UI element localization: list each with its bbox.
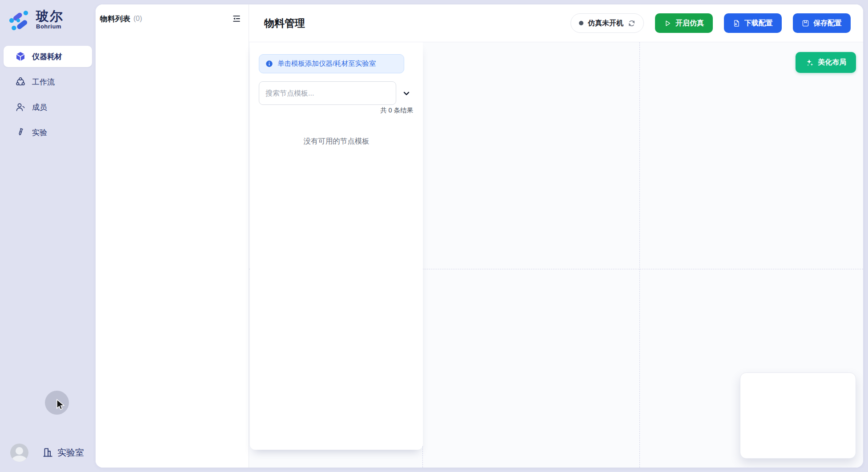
download-config-button[interactable]: 下载配置 — [724, 13, 782, 33]
sidebar-item-workflow[interactable]: 工作流 — [4, 71, 92, 92]
search-input[interactable] — [259, 81, 396, 105]
empty-templates-text: 没有可用的节点模板 — [250, 136, 423, 146]
bohrium-logo-icon — [8, 9, 31, 32]
simulation-status-label: 仿真未开机 — [588, 19, 623, 28]
brand-logo[interactable]: 玻尔 Bohrium — [8, 9, 64, 32]
info-icon — [265, 60, 273, 68]
materials-list-panel: 物料列表 (0) — [96, 4, 249, 468]
cube-icon — [15, 51, 26, 62]
node-canvas[interactable]: 单击模板添加仪器/耗材至实验室 共 0 条结果 没有可用的节点模板 美化布局 — [249, 42, 863, 468]
simulation-status-pill[interactable]: 仿真未开机 — [571, 13, 644, 33]
brand-subtitle: Bohrium — [36, 23, 64, 30]
topbar: 物料管理 仿真未开机 开启仿真 — [249, 4, 863, 42]
sidebar-item-experiment[interactable]: 实验 — [4, 122, 92, 143]
result-count: 共 0 条结果 — [380, 106, 413, 115]
sidebar-menu: 仪器耗材 工作流 成员 — [0, 46, 96, 147]
save-config-button[interactable]: 保存配置 — [793, 13, 851, 33]
minimap[interactable] — [740, 372, 856, 459]
status-dot-icon — [579, 21, 583, 25]
sparkles-icon — [805, 58, 814, 67]
refresh-icon[interactable] — [628, 20, 635, 27]
cursor-pointer — [56, 399, 67, 412]
play-icon — [664, 20, 671, 27]
hint-text: 单击模板添加仪器/耗材至实验室 — [277, 59, 376, 68]
save-icon — [802, 20, 809, 27]
experiment-icon — [15, 127, 26, 138]
sidebar-item-label: 仪器耗材 — [32, 52, 62, 62]
start-simulation-button[interactable]: 开启仿真 — [655, 13, 713, 33]
main-container: 物料列表 (0) 物料管理 仿真未开机 — [96, 4, 863, 468]
chevron-down-icon[interactable] — [400, 88, 413, 99]
beautify-layout-button[interactable]: 美化布局 — [796, 52, 856, 73]
sidebar-item-label: 工作流 — [32, 77, 55, 87]
sidebar-item-members[interactable]: 成员 — [4, 96, 92, 118]
page-title: 物料管理 — [264, 16, 305, 30]
file-download-icon — [733, 20, 740, 27]
sidebar-item-instruments[interactable]: 仪器耗材 — [4, 46, 92, 67]
sidebar-item-label: 实验 — [32, 128, 47, 138]
materials-list-title: 物料列表 — [100, 14, 130, 24]
materials-list-count: (0) — [133, 15, 142, 23]
sidebar-footer: 实验室 — [0, 443, 96, 462]
members-icon — [15, 102, 26, 112]
sidebar-item-label: 成员 — [32, 102, 47, 112]
brand-name: 玻尔 — [36, 9, 64, 23]
lab-entry[interactable]: 实验室 — [42, 447, 84, 459]
collapse-panel-icon[interactable] — [231, 13, 242, 24]
lab-entry-label: 实验室 — [57, 447, 84, 459]
building-icon — [42, 447, 53, 458]
template-library-panel: 单击模板添加仪器/耗材至实验室 共 0 条结果 没有可用的节点模板 — [250, 42, 423, 450]
avatar[interactable] — [10, 444, 28, 462]
hint-banner: 单击模板添加仪器/耗材至实验室 — [259, 54, 404, 73]
workflow-icon — [15, 76, 26, 87]
grid-line — [639, 42, 640, 468]
